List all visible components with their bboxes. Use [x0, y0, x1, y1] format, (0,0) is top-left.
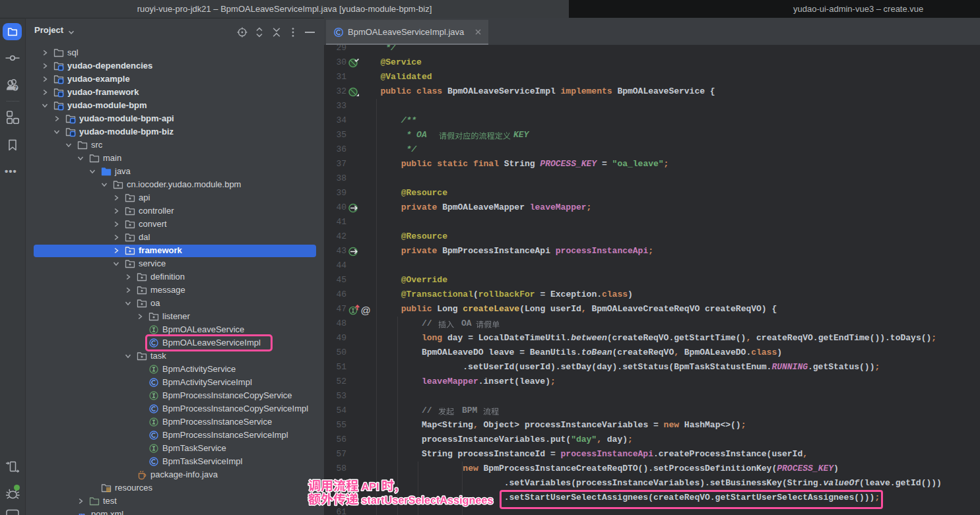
svg-text:m: m [79, 510, 85, 515]
svg-text:@: @ [361, 305, 371, 315]
svg-text:?: ? [14, 84, 17, 91]
